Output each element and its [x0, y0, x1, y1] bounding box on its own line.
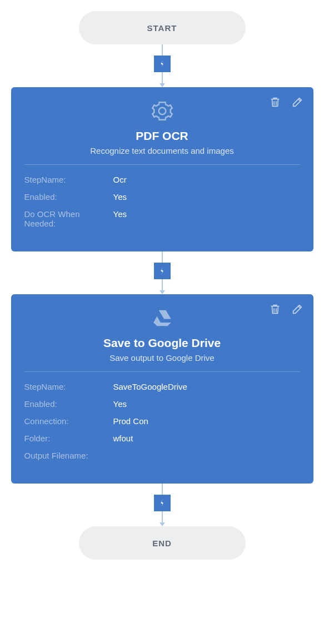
property-value: Yes — [113, 399, 127, 409]
drive-icon — [24, 308, 300, 329]
property-row: StepName: SaveToGoogleDrive — [24, 382, 300, 391]
delete-icon[interactable] — [269, 303, 281, 318]
edit-icon[interactable] — [291, 96, 303, 110]
property-row: Do OCR When Needed: Yes — [24, 209, 300, 228]
property-value: wfout — [113, 434, 133, 443]
step-title: Save to Google Drive — [24, 336, 300, 350]
start-node: START — [79, 11, 246, 44]
property-value: Prod Con — [113, 416, 148, 426]
pdf-icon — [154, 495, 171, 511]
start-label: START — [147, 23, 177, 33]
workflow-step-card: Save to Google Drive Save output to Goog… — [11, 294, 313, 484]
end-node: END — [79, 526, 246, 560]
property-row: Output Filename: — [24, 451, 300, 460]
property-label: Enabled: — [24, 192, 113, 202]
connector — [154, 251, 171, 294]
end-label: END — [152, 539, 172, 548]
gear-icon — [24, 100, 300, 122]
pdf-icon — [154, 263, 171, 279]
property-label: Folder: — [24, 434, 113, 443]
arrow-down-icon — [159, 290, 165, 294]
property-label: Output Filename: — [24, 451, 113, 460]
step-subtitle: Save output to Google Drive — [24, 353, 300, 363]
property-row: StepName: Ocr — [24, 175, 300, 184]
workflow-flow: START PDF OCR Recognize text documents a… — [0, 11, 324, 560]
arrow-down-icon — [159, 522, 165, 526]
arrow-down-icon — [159, 83, 165, 87]
workflow-step-card: PDF OCR Recognize text documents and ima… — [11, 87, 313, 251]
property-label: Do OCR When Needed: — [24, 209, 113, 228]
property-value: Yes — [113, 192, 127, 202]
property-label: StepName: — [24, 175, 113, 184]
delete-icon[interactable] — [269, 96, 281, 110]
step-title: PDF OCR — [24, 129, 300, 143]
property-row: Enabled: Yes — [24, 399, 300, 409]
property-row: Enabled: Yes — [24, 192, 300, 202]
property-value: Ocr — [113, 175, 127, 184]
pdf-icon — [154, 56, 171, 72]
connector — [154, 44, 171, 87]
connector — [154, 484, 171, 526]
property-row: Folder: wfout — [24, 434, 300, 443]
property-value: SaveToGoogleDrive — [113, 382, 187, 391]
step-subtitle: Recognize text documents and images — [24, 146, 300, 155]
property-label: Connection: — [24, 416, 113, 426]
property-row: Connection: Prod Con — [24, 416, 300, 426]
property-value: Yes — [113, 209, 127, 228]
property-label: Enabled: — [24, 399, 113, 409]
property-label: StepName: — [24, 382, 113, 391]
edit-icon[interactable] — [291, 303, 303, 318]
